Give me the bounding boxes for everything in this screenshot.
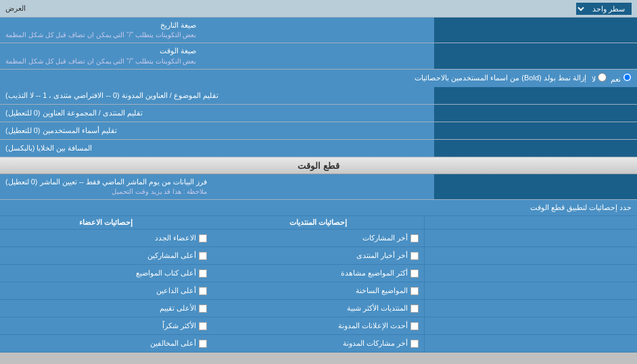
time-format-input-wrapper[interactable]: H:i (434, 43, 637, 68)
forum-address-label: تقليم المنتدى / المجموعة العناوين (0 للت… (0, 105, 434, 122)
topic-address-label: تقليم الموضوع / العناوين المدونة (0 -- ا… (0, 87, 434, 104)
stats-row7-col3: أعلى المخالفين (0, 335, 212, 352)
date-format-input-wrapper[interactable]: d-m (434, 18, 637, 43)
display-label: العرض (5, 4, 26, 13)
date-format-input[interactable]: d-m (440, 26, 632, 35)
stat-item-row6-col3[interactable]: الأكثر شكراً (5, 320, 207, 332)
stat-label-4-2: المواضيع الساخنة (356, 286, 408, 295)
stat-label-7-2: أخر مشاركات المدونة (343, 339, 408, 348)
checkbox-icon-4-3[interactable] (199, 287, 207, 295)
stats-row1-col2: أخر المشاركات (212, 230, 425, 246)
stat-label-7-3: أعلى المخالفين (150, 339, 196, 348)
stat-item-row6-col2[interactable]: أحدث الإعلانات المدونة (218, 320, 419, 332)
stat-item-row4-col3[interactable]: أعلى الداعين (5, 285, 207, 296)
stats-row4-col2: المواضيع الساخنة (212, 282, 425, 299)
stat-label-3-2: أكثر المواضيع مشاهدة (341, 269, 408, 278)
time-format-row: H:i صيغة الوقت بعض التكوينات يتطلب "/" ا… (0, 43, 637, 69)
bold-no-label[interactable]: لا (592, 73, 607, 84)
user-names-row: 0 تقليم أسماء المستخدمين (0 للتعطيل) (0, 122, 637, 140)
stat-label-2-3: أعلى المشاركين (147, 251, 196, 260)
stat-item-row3-col2[interactable]: أكثر المواضيع مشاهدة (218, 267, 419, 279)
stat-label-2-2: أخر أخبار المنتدى (356, 251, 408, 260)
user-names-label: تقليم أسماء المستخدمين (0 للتعطيل) (0, 122, 434, 139)
display-row: سطر واحدسطرينثلاثة أسطر العرض (0, 0, 637, 18)
stats-row6-col3: الأكثر شكراً (0, 317, 212, 334)
stats-header-members: إحصائيات الاعضاء (0, 216, 212, 229)
topic-address-input[interactable]: 33 (440, 90, 632, 100)
stats-row1-empty (425, 230, 637, 246)
checkbox-icon-1-2[interactable] (410, 234, 419, 242)
checkbox-icon-2-3[interactable] (199, 252, 207, 260)
checkbox-icon-3-2[interactable] (410, 269, 419, 278)
checkbox-icon-3-3[interactable] (199, 269, 207, 278)
date-format-label: صيغة التاريخ بعض التكوينات يتطلب "/" الت… (0, 18, 434, 43)
user-names-input[interactable]: 0 (440, 126, 632, 135)
stats-row5-col2: المنتديات الأكثر شبية (212, 300, 425, 317)
checkbox-icon-1-3[interactable] (199, 234, 207, 242)
stats-row6-empty (425, 317, 637, 334)
stat-item-row4-col2[interactable]: المواضيع الساخنة (218, 285, 419, 296)
stat-item-row1-col2[interactable]: أخر المشاركات (218, 232, 419, 244)
stat-label-4-3: أعلى الداعين (156, 286, 196, 295)
bold-radio-group: نعم لا (592, 73, 632, 84)
bold-no-radio[interactable] (598, 73, 607, 82)
bold-remove-row: نعم لا إزالة نمط بولد (Bold) من اسماء ال… (0, 70, 637, 87)
stat-item-row7-col3[interactable]: أعلى المخالفين (5, 338, 207, 349)
time-limit-label: فرز البيانات من يوم الماشر الماضي فقط --… (0, 174, 434, 199)
display-select[interactable]: سطر واحدسطرينثلاثة أسطر (576, 3, 632, 15)
stat-item-row5-col2[interactable]: المنتديات الأكثر شبية (218, 303, 419, 314)
forum-address-row: 33 تقليم المنتدى / المجموعة العناوين (0 … (0, 105, 637, 122)
stats-row7-col2: أخر مشاركات المدونة (212, 335, 425, 352)
stats-row7-empty (425, 335, 637, 352)
bold-remove-label: إزالة نمط بولد (Bold) من اسماء المستخدمي… (5, 74, 586, 82)
forum-address-input-wrapper[interactable]: 33 (434, 105, 637, 122)
stats-row3-col2: أكثر المواضيع مشاهدة (212, 265, 425, 282)
checkbox-icon-7-2[interactable] (410, 340, 419, 348)
stat-item-row5-col3[interactable]: الأعلى تقييم (5, 303, 207, 314)
checkbox-icon-7-3[interactable] (199, 340, 207, 348)
stat-label-1-3: الاعضاء الجدد (155, 234, 196, 242)
bold-yes-radio[interactable] (623, 73, 632, 82)
time-limit-input[interactable]: 0 (440, 182, 632, 191)
col-spacing-input[interactable]: 2 (440, 143, 632, 153)
stats-row3-col3: أعلى كتاب المواضيع (0, 265, 212, 282)
stats-row2-col2: أخر أخبار المنتدى (212, 247, 425, 264)
stats-row6-col2: أحدث الإعلانات المدونة (212, 317, 425, 334)
stats-row-4: المواضيع الساخنة أعلى الداعين (0, 282, 637, 300)
stats-row4-col3: أعلى الداعين (0, 282, 212, 299)
stats-data-rows: أخر المشاركات الاعضاء الجدد أخر أخبار ال… (0, 230, 637, 353)
stat-label-6-3: الأكثر شكراً (162, 321, 196, 330)
stat-item-row1-col3[interactable]: الاعضاء الجدد (5, 232, 207, 244)
forum-address-input[interactable]: 33 (440, 108, 632, 118)
topic-address-input-wrapper[interactable]: 33 (434, 87, 637, 104)
topic-address-row: 33 تقليم الموضوع / العناوين المدونة (0 -… (0, 87, 637, 105)
checkbox-icon-5-2[interactable] (410, 305, 419, 313)
checkbox-icon-6-3[interactable] (199, 322, 207, 330)
checkbox-icon-4-2[interactable] (410, 287, 419, 295)
stats-row3-empty (425, 265, 637, 282)
stat-item-row2-col3[interactable]: أعلى المشاركين (5, 250, 207, 261)
stats-limit-section: حدد إحصائيات لتطبيق قطع الوقت (0, 200, 637, 216)
stats-row-7: أخر مشاركات المدونة أعلى المخالفين (0, 335, 637, 353)
stats-row4-empty (425, 282, 637, 299)
date-format-row: d-m صيغة التاريخ بعض التكوينات يتطلب "/"… (0, 18, 637, 43)
checkbox-icon-5-3[interactable] (199, 305, 207, 313)
main-container: سطر واحدسطرينثلاثة أسطر العرض d-m صيغة ا… (0, 0, 637, 353)
time-limit-input-wrapper[interactable]: 0 (434, 174, 637, 199)
time-format-input[interactable]: H:i (440, 51, 632, 61)
stats-row-6: أحدث الإعلانات المدونة الأكثر شكراً (0, 317, 637, 335)
col-spacing-input-wrapper[interactable]: 2 (434, 140, 637, 157)
time-limit-row: 0 فرز البيانات من يوم الماشر الماضي فقط … (0, 174, 637, 200)
section-header-time: قطع الوقت (0, 157, 637, 174)
stats-header-empty (425, 216, 637, 229)
stat-item-row3-col3[interactable]: أعلى كتاب المواضيع (5, 267, 207, 279)
stat-item-row2-col2[interactable]: أخر أخبار المنتدى (218, 250, 419, 261)
bold-yes-label[interactable]: نعم (611, 73, 632, 84)
stat-item-row7-col2[interactable]: أخر مشاركات المدونة (218, 338, 419, 349)
checkbox-icon-6-2[interactable] (410, 322, 419, 330)
stat-label-5-2: المنتديات الأكثر شبية (347, 304, 408, 313)
checkbox-icon-2-2[interactable] (410, 252, 419, 260)
user-names-input-wrapper[interactable]: 0 (434, 122, 637, 139)
display-select-wrapper[interactable]: سطر واحدسطرينثلاثة أسطر (576, 3, 632, 15)
time-format-label: صيغة الوقت بعض التكوينات يتطلب "/" التي … (0, 43, 434, 68)
